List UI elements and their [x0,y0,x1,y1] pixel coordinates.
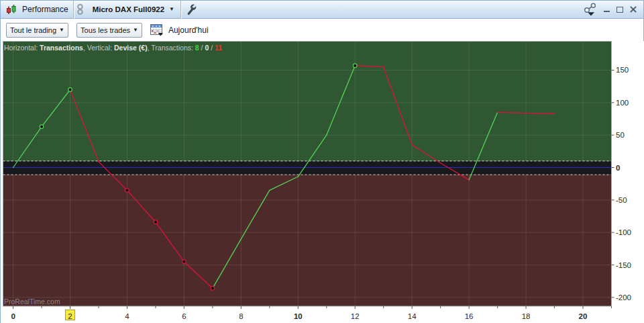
trade-marker [125,189,129,193]
x-axis-label: 6 [182,312,186,320]
y-axis-label: 150 [616,66,629,74]
trade-marker [154,220,158,224]
losses-count: 11 [215,44,222,52]
calendar-icon [150,24,164,36]
instrument-selector[interactable]: Micro DAX Full0922 ▼ [87,1,180,18]
filter-toolbar: Tout le trading ▼ Tous les trades ▼ [1,19,643,41]
link-windows-button[interactable] [74,3,87,16]
caret-down-icon: ▼ [169,7,174,12]
minimize-button[interactable] [602,3,611,15]
watermark: ProRealTime.com [4,297,60,306]
positive-region [3,42,612,161]
x-axis-label: 14 [408,312,417,320]
trading-scope-dropdown[interactable]: Tout le trading ▼ [6,23,68,38]
caret-down-icon: ▼ [133,28,138,33]
caret-down-icon: ▼ [59,28,64,33]
x-axis-label: 10 [294,312,303,320]
maximize-icon [616,7,623,13]
trade-marker [211,287,215,291]
equity-curve-chart: 02468101214161820150100500-50-100-150-20… [1,41,644,323]
x-axis-label: 20 [579,312,588,320]
x-axis-label: 2 [68,312,72,320]
trade-marker [68,88,72,92]
trade-marker [40,125,44,129]
y-axis-label: -50 [616,196,627,204]
chain-link-icon [76,3,85,16]
x-axis-label: 18 [522,312,531,320]
y-axis-label: 0 [616,164,620,172]
x-axis-label: 12 [351,312,360,320]
close-icon: × [629,4,637,15]
chart-legend: Horizontal: Transactions, Vertical: Devi… [4,44,222,52]
title-bar: Performance Micro DAX Full0922 ▼ [1,1,643,19]
y-axis-label: -150 [616,261,631,269]
date-range-label: Aujourd'hui [168,26,209,35]
tab-performance[interactable]: Performance [1,1,73,18]
x-axis-label: 16 [465,312,474,320]
trades-filter-label: Tous les trades [80,26,130,34]
minimize-icon [604,11,610,13]
trade-marker [182,260,186,264]
wrench-icon [185,4,197,15]
close-button[interactable]: × [629,3,638,15]
maximize-button[interactable] [615,3,625,15]
candlestick-icon [5,4,17,15]
trading-scope-label: Tout le trading [10,26,56,34]
trade-marker [353,64,357,68]
settings-button[interactable] [181,4,201,15]
x-axis-label: 4 [125,312,129,320]
performance-window: Performance Micro DAX Full0922 ▼ [0,0,644,323]
instrument-label: Micro DAX Full0922 [93,5,164,13]
share-icon[interactable] [583,3,598,17]
y-axis-label: 100 [616,99,629,107]
date-picker-button[interactable] [150,24,164,36]
negative-region [3,175,612,306]
chart-canvas: 02468101214161820150100500-50-100-150-20… [1,41,644,323]
x-axis-label: 8 [239,312,243,320]
tab-performance-label: Performance [22,5,68,14]
trades-filter-dropdown[interactable]: Tous les trades ▼ [76,23,142,38]
y-axis-label: 50 [616,131,625,139]
share-caret-icon [588,12,594,15]
y-axis-label: -200 [616,293,631,302]
y-axis-label: -100 [616,228,631,236]
x-axis-label: 0 [11,312,15,320]
window-controls: × [583,3,643,17]
